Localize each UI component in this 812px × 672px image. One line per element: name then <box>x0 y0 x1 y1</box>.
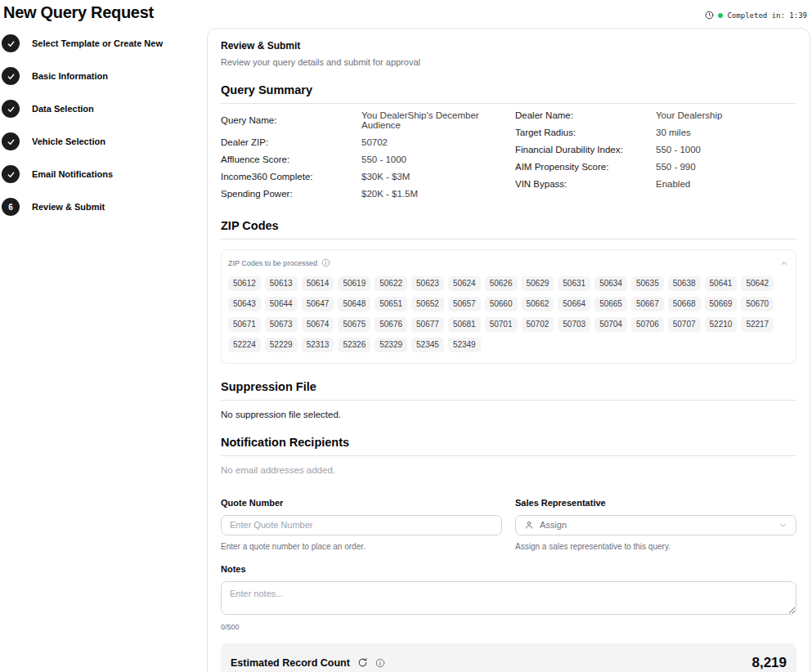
zip-chip: 50641 <box>705 276 738 291</box>
summary-row: Query Name: You DealerShip's December Au… <box>221 106 502 133</box>
stepper-step[interactable]: Email Notifications <box>2 165 207 183</box>
quote-number-helper: Enter a quote number to place an order. <box>221 542 502 551</box>
summary-left-column: Query Name: You DealerShip's December Au… <box>221 106 502 203</box>
notification-recipients-heading: Notification Recipients <box>221 436 796 449</box>
card-subtitle: Review your query details and submit for… <box>221 57 796 67</box>
summary-row: VIN Bypass: Enabled <box>515 176 796 193</box>
summary-row: Income360 Complete: $30K - $3M <box>221 168 502 186</box>
zip-chip: 50648 <box>338 297 370 311</box>
notes-field-group: Notes 0/500 <box>221 564 796 631</box>
zip-chip: 50638 <box>668 276 701 291</box>
zip-chip: 50681 <box>448 317 481 332</box>
zip-chip: 50675 <box>338 317 370 332</box>
sales-rep-field-group: Sales Representative Assign Assign a sal… <box>515 498 796 551</box>
zip-chip: 50643 <box>228 297 261 311</box>
zip-chip: 50660 <box>485 297 518 311</box>
step-status-circle <box>2 165 20 183</box>
status-dot <box>718 13 723 18</box>
summary-label: AIM Propensity Score: <box>515 162 656 172</box>
summary-value: 550 - 1000 <box>361 155 502 164</box>
check-icon <box>7 170 16 179</box>
zip-chip: 50619 <box>338 276 370 291</box>
notes-textarea[interactable] <box>221 581 796 615</box>
stepper-step[interactable]: Data Selection <box>2 100 207 118</box>
zip-chip: 52329 <box>375 338 407 352</box>
refresh-estimate-button[interactable] <box>357 657 368 668</box>
zip-chip: 50635 <box>631 276 664 291</box>
zip-chip: 50623 <box>411 276 444 291</box>
topbar: New Query Request Completed in: 1:39 <box>0 0 812 28</box>
zip-chip: 50657 <box>448 297 481 311</box>
timer-label: Completed in: 1:39 <box>727 11 807 20</box>
zip-codes-box: ZIP Codes to be processed 50612 50613 50… <box>221 249 796 364</box>
zip-chip: 50665 <box>594 297 627 311</box>
step-status-circle: 6 <box>2 198 20 216</box>
sales-rep-helper: Assign a sales representative to this qu… <box>515 542 796 551</box>
zip-chip: 52349 <box>448 338 481 352</box>
zip-chip: 50622 <box>375 276 407 291</box>
summary-row: Affluence Score: 550 - 1000 <box>221 150 502 168</box>
card-title: Review & Submit <box>221 40 796 52</box>
collapse-zip-button[interactable] <box>779 258 789 268</box>
zip-chip: 50674 <box>302 317 334 332</box>
zip-chip: 50669 <box>705 297 738 311</box>
zip-chip: 50652 <box>411 297 444 311</box>
summary-row: Spending Power: $20K - $1.5M <box>221 186 502 203</box>
stepper-step[interactable]: 6 Review & Submit <box>2 198 207 216</box>
summary-label: VIN Bypass: <box>515 179 656 189</box>
zip-chip: 50662 <box>522 297 554 311</box>
zip-codes-heading: ZIP Codes <box>221 219 796 232</box>
summary-label: Dealer ZIP: <box>221 137 361 147</box>
zip-chip: 50707 <box>668 317 701 332</box>
summary-label: Dealer Name: <box>515 110 656 120</box>
review-card: Review & Submit Review your query detail… <box>207 28 810 672</box>
sales-rep-label: Sales Representative <box>515 498 796 508</box>
summary-label: Financial Durability Index: <box>515 145 656 155</box>
quote-number-input[interactable] <box>221 515 502 535</box>
check-icon <box>7 137 16 146</box>
zip-chip: 52326 <box>338 338 370 352</box>
step-status-circle <box>2 67 20 85</box>
zip-chip: 50626 <box>485 276 518 291</box>
step-label: Vehicle Selection <box>32 137 105 146</box>
zip-chip: 50703 <box>558 317 590 332</box>
estimate-title: Estimated Record Count <box>231 657 350 669</box>
zip-chip: 50634 <box>594 276 627 291</box>
zip-chip: 52229 <box>265 338 298 352</box>
summary-value: You DealerShip's December Audience <box>361 110 502 130</box>
summary-row: Dealer Name: Your Dealership <box>515 106 796 123</box>
zip-chip: 52224 <box>228 338 261 352</box>
zip-chip: 50677 <box>411 317 444 332</box>
refresh-icon <box>357 657 368 668</box>
stepper-step[interactable]: Basic Information <box>2 67 207 85</box>
summary-label: Spending Power: <box>221 189 361 199</box>
zip-chip: 50651 <box>375 297 407 311</box>
zip-chip: 50644 <box>265 297 298 311</box>
query-summary-heading: Query Summary <box>221 83 796 96</box>
zip-chip: 50624 <box>448 276 481 291</box>
sales-rep-placeholder: Assign <box>540 520 567 530</box>
summary-label: Query Name: <box>221 115 361 125</box>
stepper-step[interactable]: Select Template or Create New <box>2 34 207 52</box>
chevron-down-icon <box>778 521 787 530</box>
zip-chip: 50673 <box>265 317 298 332</box>
zip-chip: 50629 <box>522 276 554 291</box>
page-title: New Query Request <box>3 3 154 22</box>
summary-value: $30K - $3M <box>361 172 502 181</box>
estimate-info-icon[interactable] <box>375 658 385 668</box>
summary-row: AIM Propensity Score: 550 - 990 <box>515 159 796 176</box>
step-status-circle <box>2 100 20 118</box>
zip-chip: 50670 <box>741 297 774 311</box>
clock-icon <box>705 11 714 20</box>
sales-rep-select[interactable]: Assign <box>515 515 796 535</box>
zip-chip-list: 50612 50613 50614 50619 50622 50623 5062… <box>228 276 789 352</box>
summary-label: Affluence Score: <box>221 155 361 164</box>
zip-chip: 52217 <box>741 317 774 332</box>
step-status-circle <box>2 132 20 150</box>
stepper-step[interactable]: Vehicle Selection <box>2 132 207 150</box>
chevron-up-icon <box>779 258 789 268</box>
divider <box>221 103 796 104</box>
zip-chip: 52313 <box>302 338 334 352</box>
zip-chip: 50612 <box>228 276 261 291</box>
info-icon[interactable] <box>321 258 330 267</box>
